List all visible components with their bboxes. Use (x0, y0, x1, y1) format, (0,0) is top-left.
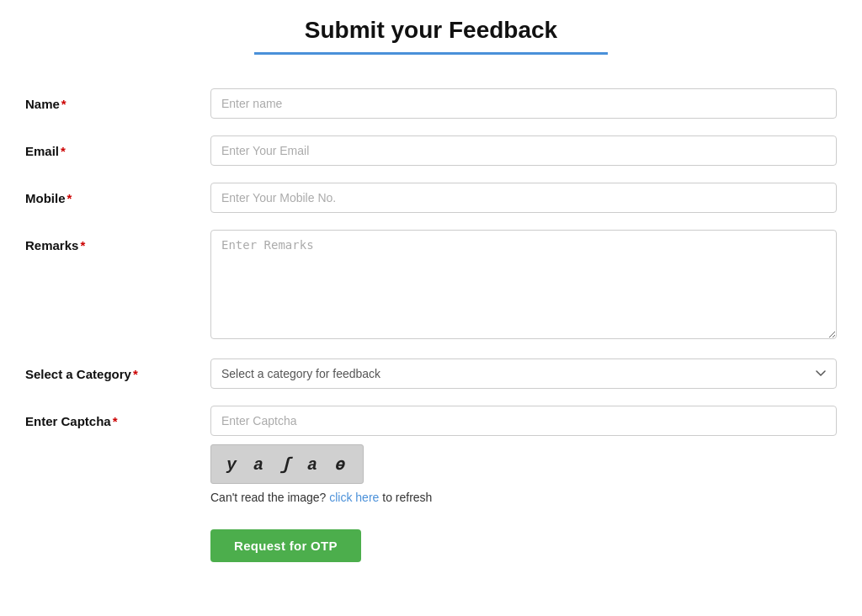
captcha-label: Enter Captcha* (25, 406, 210, 428)
remarks-input-wrap (210, 230, 837, 342)
form-row-email: Email* (25, 135, 837, 166)
form-row-captcha: Enter Captcha* y a ʃ a ɵ Can't read the … (25, 406, 837, 504)
category-label: Select a Category* (25, 358, 210, 381)
captcha-refresh-link[interactable]: click here (329, 491, 379, 504)
captcha-input-wrap: y a ʃ a ɵ Can't read the image? click he… (210, 406, 837, 504)
page-title: Submit your Feedback (25, 17, 837, 44)
name-input-wrap (210, 88, 837, 119)
submit-row: Request for OTP (25, 529, 837, 562)
name-input[interactable] (210, 88, 837, 119)
category-select-wrap: Select a category for feedback General T… (210, 358, 837, 389)
request-otp-button[interactable]: Request for OTP (210, 529, 361, 562)
page-container: Submit your Feedback Name* Email* Mobile… (0, 0, 862, 613)
mobile-input-wrap (210, 183, 837, 213)
form-row-mobile: Mobile* (25, 183, 837, 213)
name-label: Name* (25, 88, 210, 111)
captcha-image: y a ʃ a ɵ (210, 444, 364, 484)
category-select[interactable]: Select a category for feedback General T… (210, 358, 837, 389)
title-underline (254, 52, 608, 55)
email-input-wrap (210, 135, 837, 166)
mobile-label: Mobile* (25, 183, 210, 205)
form-row-remarks: Remarks* (25, 230, 837, 342)
form-row-category: Select a Category* Select a category for… (25, 358, 837, 389)
captcha-refresh-text: Can't read the image? click here to refr… (210, 491, 837, 504)
email-label: Email* (25, 135, 210, 158)
captcha-input[interactable] (210, 406, 837, 436)
form-row-name: Name* (25, 88, 837, 119)
remarks-label: Remarks* (25, 230, 210, 252)
remarks-textarea[interactable] (210, 230, 837, 339)
mobile-input[interactable] (210, 183, 837, 213)
email-input[interactable] (210, 135, 837, 166)
